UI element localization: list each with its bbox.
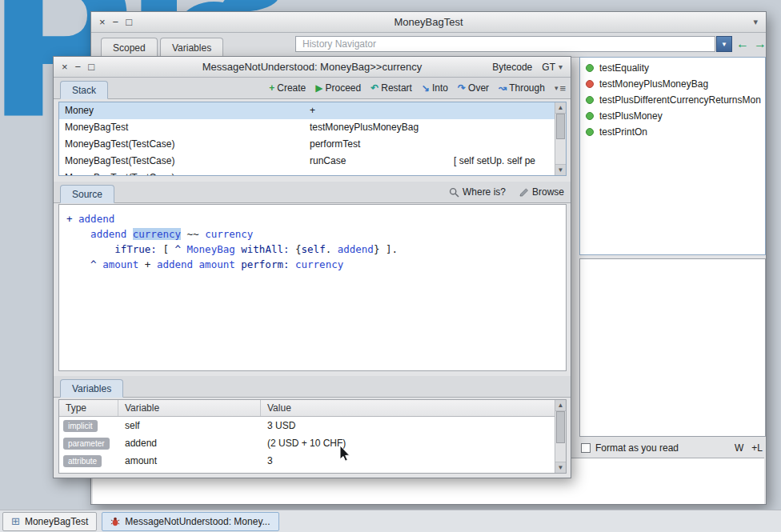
code-token: self <box>302 243 326 255</box>
test-list-item[interactable]: testPlusDifferentCurrencyReturnsMon <box>580 92 765 108</box>
variables-table: TypeVariableValue implicitself3 USDparam… <box>58 399 567 474</box>
over-button[interactable]: ↷Over <box>458 82 489 94</box>
tool-label: Into <box>432 82 448 94</box>
tab-stack[interactable]: Stack <box>60 81 108 99</box>
stack-scrollbar[interactable]: ▲ ▼ <box>555 102 566 175</box>
code-token: addend <box>90 228 133 240</box>
history-back-icon[interactable]: ← <box>736 36 749 52</box>
source-code[interactable]: + addend addend currency ~~ currency ifT… <box>58 204 567 371</box>
main-window-titlebar[interactable]: × − □ MoneyBagTest ▾ <box>91 12 766 33</box>
create-button[interactable]: +Create <box>269 82 306 94</box>
window-title: MoneyBagTest <box>91 16 766 28</box>
minimize-icon[interactable]: − <box>113 16 119 28</box>
debugger-window: × − □ MessageNotUnderstood: MoneyBag>>cu… <box>53 56 571 478</box>
stack-row[interactable]: MoneyBagTest(TestCase)performTest <box>59 136 566 153</box>
variable-row[interactable]: attributeamount3 <box>59 452 566 470</box>
window-icon: ⊞ <box>11 516 20 526</box>
scroll-down-icon[interactable]: ▼ <box>555 462 566 473</box>
type-badge: implicit <box>63 420 98 432</box>
code-token: + <box>138 258 157 270</box>
pencil-icon <box>519 187 529 198</box>
scrollbar-thumb[interactable] <box>556 114 565 139</box>
scroll-up-icon[interactable]: ▲ <box>555 400 566 411</box>
into-icon: ↘ <box>422 82 430 94</box>
code-token: ^ <box>90 258 102 270</box>
scrollbar-thumb[interactable] <box>556 411 565 443</box>
code-token <box>66 228 90 240</box>
code-token: ^ <box>174 243 186 255</box>
stack-method: performTest <box>310 138 360 150</box>
tab-scoped[interactable]: Scoped <box>101 38 158 57</box>
chevron-down-icon: ▾ <box>559 62 563 71</box>
gt-dropdown[interactable]: GT ▾ <box>542 62 563 73</box>
into-button[interactable]: ↘Into <box>422 82 448 94</box>
format-as-you-read-checkbox[interactable] <box>581 443 591 453</box>
maximize-icon[interactable]: □ <box>126 16 132 28</box>
tab-source[interactable]: Source <box>60 185 114 203</box>
where-is-button[interactable]: Where is? <box>449 186 506 198</box>
window-controls: × − □ <box>99 12 132 32</box>
variables-header-cell[interactable]: Value <box>261 400 566 416</box>
test-list-item[interactable]: testMoneyPlusMoneyBag <box>580 76 765 92</box>
taskbar-item-moneybagtest[interactable]: ⊞ MoneyBagTest <box>2 512 97 531</box>
window-menu-icon[interactable]: ▾ <box>753 12 758 32</box>
browse-button[interactable]: Browse <box>519 186 564 198</box>
minimize-icon[interactable]: − <box>75 61 82 73</box>
code-line[interactable]: + addend <box>66 211 566 226</box>
close-icon[interactable]: × <box>99 16 106 28</box>
through-button[interactable]: ↝Through <box>499 82 545 94</box>
over-icon: ↷ <box>458 82 466 94</box>
stack-table: Money+MoneyBagTesttestMoneyPlusMoneyBagM… <box>58 102 567 176</box>
where-is-label: Where is? <box>463 186 506 198</box>
code-token: currency <box>205 228 253 240</box>
stack-menu-button[interactable]: ▾≡ <box>555 82 566 94</box>
tab-variables[interactable]: Variables <box>160 38 223 57</box>
variable-type-cell: parameter <box>59 438 118 449</box>
taskbar-item-debugger[interactable]: MessageNotUnderstood: Money... <box>102 512 278 531</box>
code-token: [ <box>157 243 175 255</box>
code-token: ]. <box>379 243 398 255</box>
debugger-titlebar[interactable]: × − □ MessageNotUnderstood: MoneyBag>>cu… <box>54 57 571 78</box>
tab-variables-debugger[interactable]: Variables <box>60 379 123 398</box>
create-icon: + <box>269 82 274 94</box>
variable-value-cell: 3 <box>261 455 566 466</box>
stack-method: runCase <box>310 155 346 166</box>
restart-button[interactable]: ↶Restart <box>370 82 412 94</box>
code-line[interactable]: ifTrue: [ ^ MoneyBag withAll: {self. add… <box>66 242 566 257</box>
stack-row[interactable]: Money+ <box>59 102 566 119</box>
hamburger-menu-icon: ≡ <box>559 82 566 94</box>
code-line[interactable]: ^ amount + addend amount perform: curren… <box>66 257 566 272</box>
proceed-button[interactable]: ▶Proceed <box>315 82 361 94</box>
taskbar: ⊞ MoneyBagTest MessageNotUnderstood: Mon… <box>0 510 781 532</box>
variables-scrollbar[interactable]: ▲ ▼ <box>555 400 566 473</box>
stack-row[interactable]: MoneyBagTest(TestCase) <box>59 170 566 176</box>
plus-l-button[interactable]: +L <box>751 442 763 454</box>
variables-header-cell[interactable]: Variable <box>118 400 261 416</box>
variables-header-cell[interactable]: Type <box>59 400 118 416</box>
test-list-item[interactable]: testEquality <box>580 60 765 76</box>
history-navigator-input[interactable] <box>295 36 715 52</box>
stack-row[interactable]: MoneyBagTesttestMoneyPlusMoneyBag <box>59 119 566 136</box>
stack-receiver: MoneyBagTest(TestCase) <box>65 153 310 170</box>
variable-row[interactable]: implicitself3 USD <box>59 417 566 434</box>
code-line[interactable]: addend currency ~~ currency <box>66 226 566 242</box>
history-forward-icon[interactable]: → <box>754 36 767 52</box>
stack-method: + <box>310 105 315 116</box>
stack-row[interactable]: MoneyBagTest(TestCase)runCase[ self setU… <box>59 153 566 170</box>
history-dropdown-button[interactable]: ▼ <box>716 36 732 52</box>
code-token: perform: <box>241 258 295 270</box>
variable-row[interactable]: parameteraddend(2 USD + 10 CHF) <box>59 434 566 452</box>
scroll-down-icon[interactable]: ▼ <box>555 164 566 175</box>
w-button[interactable]: W <box>735 442 743 454</box>
tool-label: Proceed <box>326 82 362 94</box>
scroll-up-icon[interactable]: ▲ <box>555 102 566 114</box>
code-token: amount <box>102 258 138 270</box>
bytecode-toggle[interactable]: Bytecode <box>492 62 532 73</box>
test-list-item[interactable]: testPlusMoney <box>580 108 765 124</box>
stack-receiver: MoneyBagTest(TestCase) <box>65 136 310 153</box>
test-list-item[interactable]: testPrintOn <box>580 124 765 140</box>
stack-list: Money+MoneyBagTesttestMoneyPlusMoneyBagM… <box>59 102 566 176</box>
maximize-icon[interactable]: □ <box>88 61 94 73</box>
close-icon[interactable]: × <box>62 61 68 73</box>
stack-context: [ self setUp. self pe <box>454 153 535 170</box>
